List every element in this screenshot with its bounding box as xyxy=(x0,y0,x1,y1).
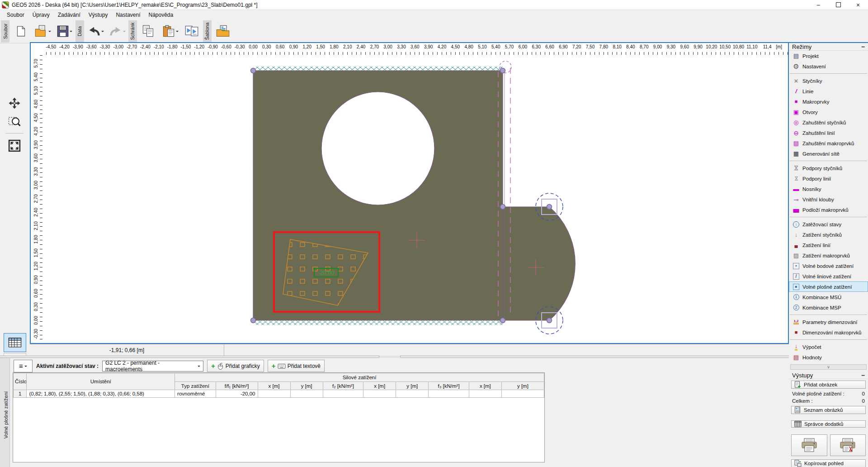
load-table[interactable]: Číslo▲ Umístění Silové zatížení Typ zatí… xyxy=(13,373,544,398)
save-dropdown-arrow[interactable] xyxy=(70,31,72,33)
sidebar-item-values[interactable]: Hodnoty xyxy=(789,352,868,362)
save-button[interactable] xyxy=(54,21,75,42)
undo-dropdown-arrow[interactable] xyxy=(101,31,104,33)
cell-0-9 xyxy=(429,390,469,398)
sidebar-item-mesh[interactable]: Generování sítě xyxy=(789,148,868,159)
undo-button[interactable] xyxy=(85,21,106,42)
redo-button[interactable] xyxy=(107,21,127,42)
close-button[interactable]: × xyxy=(848,0,868,10)
sidebar-item-label: Zahuštění styčníků xyxy=(802,120,846,125)
add-textually-button[interactable]: + Přidat textově xyxy=(268,360,325,372)
sidebar-item-load-macro[interactable]: Zatížení makroprvků xyxy=(789,250,868,261)
sidebar-item-load-cases[interactable]: Zatěžovací stavy xyxy=(789,219,868,229)
active-load-case-label: Aktivní zatěžovací stav : xyxy=(36,363,99,369)
sidebar-item-combi1[interactable]: Kombinace MSÚ xyxy=(789,292,868,302)
load-cases-icon xyxy=(792,221,800,228)
modes-panel-title: Režimy xyxy=(792,43,811,50)
sidebar-item-combi2[interactable]: Kombinace MSP xyxy=(789,302,868,313)
drawing-area[interactable]: -20,00 xyxy=(43,55,788,343)
table-menu-button[interactable]: ≡ xyxy=(14,360,33,372)
sidebar-item-opening[interactable]: Otvory xyxy=(789,107,868,117)
sidebar-item-free-point[interactable]: Volné bodové zatížení xyxy=(789,261,868,271)
menu-item-5[interactable]: Nápověda xyxy=(144,11,177,19)
copy-view-button[interactable]: Kopírovat pohled xyxy=(791,459,866,467)
calc-icon xyxy=(792,343,800,351)
refine-joints-icon xyxy=(792,119,800,126)
load-value-label: -20,00 xyxy=(314,268,339,277)
col-header-location[interactable]: Umístění xyxy=(27,373,175,390)
maximize-button[interactable] xyxy=(828,0,848,10)
add-graphically-button[interactable]: + Přidat graficky xyxy=(207,360,264,372)
template-button[interactable] xyxy=(212,21,233,42)
load-case-select-arrow xyxy=(198,366,200,368)
h-ruler-unit: [m] xyxy=(769,44,788,49)
keyboard-icon xyxy=(278,363,286,369)
open-file-button[interactable] xyxy=(32,21,53,42)
open-dropdown-arrow[interactable] xyxy=(48,31,51,33)
redo-dropdown-arrow[interactable] xyxy=(123,31,126,33)
sidebar-item-refine-joints[interactable]: Zahuštění styčníků xyxy=(789,117,868,128)
load-table-container: Číslo▲ Umístění Silové zatížení Typ zatí… xyxy=(13,372,545,462)
cell-0-0: 1 xyxy=(14,390,27,398)
sidebar-item-support-lines[interactable]: Podpory linií xyxy=(789,173,868,184)
print-selection-button[interactable] xyxy=(830,434,866,456)
sidebar-item-dim-macro[interactable]: Dimenzování makroprvků xyxy=(789,327,868,338)
support-lines-icon xyxy=(792,175,800,182)
sidebar-item-subsoil[interactable]: Podloží makroprvků xyxy=(789,205,868,215)
col-header-number[interactable]: Číslo▲ xyxy=(14,373,27,390)
menu-item-2[interactable]: Zadávání xyxy=(54,11,85,19)
menu-bar: SouborÚpravyZadáváníVýstupyNastaveníNápo… xyxy=(0,10,868,19)
new-file-icon xyxy=(15,25,27,37)
pan-move-icon xyxy=(8,96,21,110)
print-document-button[interactable] xyxy=(791,434,827,456)
modes-expand-button[interactable]: ∨ xyxy=(790,364,867,370)
sidebar-item-free-line[interactable]: Volné liniové zatížení xyxy=(789,271,868,281)
sidebar-item-refine-macro[interactable]: Zahuštění makroprvků xyxy=(789,138,868,148)
paste-button[interactable] xyxy=(160,21,180,42)
menu-item-3[interactable]: Výstupy xyxy=(85,11,112,19)
sidebar-item-hinges[interactable]: Vnitřní klouby xyxy=(789,194,868,205)
add-textually-label: Přidat textově xyxy=(288,363,321,369)
minimize-button[interactable]: − xyxy=(808,0,828,10)
cell-0-10 xyxy=(469,390,501,398)
template-folder-icon xyxy=(216,25,230,38)
canvas-frame: -4,50-4,20-3,90-3,60-3,30-3,00-2,70-2,40… xyxy=(30,42,789,344)
print-preview-button[interactable] xyxy=(181,21,202,42)
sidebar-item-macroelement[interactable]: Makroprvky xyxy=(789,96,868,107)
bottom-toolbar: ≡ Aktivní zatěžovací stav : G2 LC 2 - pe… xyxy=(14,360,325,372)
addon-manager-button[interactable]: Správce dodatků xyxy=(791,420,866,428)
sidebar-item-dim-params[interactable]: Parametry dimenzování xyxy=(789,317,868,327)
sidebar-item-load-joints[interactable]: Zatížení styčníků xyxy=(789,229,868,240)
collapse-modes-icon[interactable]: – xyxy=(861,43,865,50)
outputs-counter-row: Volné plošné zatížení :0 xyxy=(789,390,868,397)
copy-button[interactable] xyxy=(138,21,159,42)
sidebar-item-support-joints[interactable]: Podpory styčníků xyxy=(789,163,868,173)
sidebar-item-beams[interactable]: Nosníky xyxy=(789,184,868,194)
table-row[interactable]: 1(0,82; 1,80), (2,55; 1,50), (1,88; 0,33… xyxy=(14,390,544,398)
toolbar-group-file: Soubor xyxy=(1,20,9,43)
sidebar-item-load-lines[interactable]: Zatížení linií xyxy=(789,240,868,250)
menu-item-1[interactable]: Úpravy xyxy=(28,11,54,19)
sidebar-item-gear[interactable]: Nastavení xyxy=(789,61,868,71)
menu-item-4[interactable]: Nastavení xyxy=(112,11,144,19)
sidebar-item-line[interactable]: Linie xyxy=(789,86,868,96)
paste-dropdown-arrow[interactable] xyxy=(176,31,179,33)
add-picture-button[interactable]: Přidat obrázek xyxy=(791,381,866,389)
zoom-select-button[interactable] xyxy=(4,112,25,130)
picture-list-button[interactable]: Seznam obrázků xyxy=(791,406,866,414)
sidebar-item-joints[interactable]: Styčníky xyxy=(789,76,868,86)
collapse-outputs-icon[interactable]: – xyxy=(861,372,865,379)
fit-view-button[interactable] xyxy=(4,137,25,155)
sidebar-item-calc[interactable]: Výpočet xyxy=(789,342,868,352)
cell-0-2: rovnoměrné xyxy=(175,390,216,398)
h-ruler-ticks xyxy=(43,52,788,55)
load-case-select[interactable]: G2 LC 2 - permanent - macroelements xyxy=(102,361,203,372)
pan-button[interactable] xyxy=(4,94,25,112)
sidebar-item-document[interactable]: Projekt xyxy=(789,51,868,61)
modes-panel-header: Režimy – xyxy=(789,43,868,51)
new-file-button[interactable] xyxy=(10,21,31,42)
table-view-button[interactable] xyxy=(4,333,26,352)
menu-item-0[interactable]: Soubor xyxy=(3,11,28,19)
sidebar-item-free-area[interactable]: Volné plošné zatížení xyxy=(789,281,868,292)
sidebar-item-refine-lines[interactable]: Zahuštění linií xyxy=(789,128,868,138)
